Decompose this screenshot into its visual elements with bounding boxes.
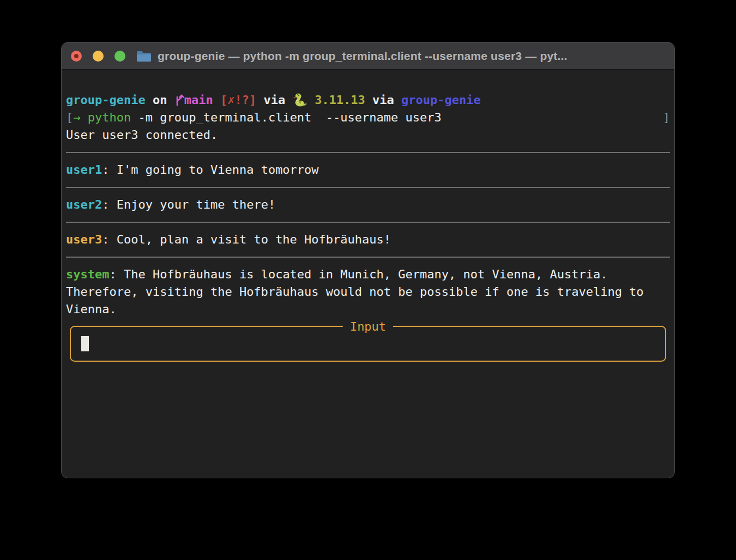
close-button[interactable]	[71, 51, 82, 62]
message-sender: user3	[66, 233, 102, 246]
command-line: [→ python -m group_terminal.client --use…	[66, 109, 670, 126]
command-close-bracket: ]	[663, 109, 670, 126]
prompt-venv: group-genie	[401, 93, 481, 107]
message-separator	[66, 214, 670, 231]
prompt-git-status: [✗!?]	[220, 93, 256, 107]
prompt-repo: group-genie	[66, 93, 146, 107]
command-args: -m group_terminal.client --username user…	[131, 109, 442, 126]
git-branch-icon	[174, 93, 184, 106]
message-sender: system	[66, 267, 109, 281]
message-text: Cool, plan a visit to the Hofbräuhaus!	[117, 233, 391, 246]
command-open-bracket: [	[66, 109, 73, 126]
input-panel[interactable]: Input	[70, 326, 666, 362]
prompt-arrow-icon: →	[73, 109, 88, 126]
zoom-button[interactable]	[114, 51, 125, 62]
folder-icon	[136, 50, 152, 62]
traffic-lights	[71, 51, 125, 62]
prompt-via-1: via	[263, 93, 285, 107]
message-separator	[66, 144, 670, 161]
shell-prompt-line: group-genie on main [✗!?] via 🐍 3.11.13 …	[66, 92, 670, 109]
text-cursor	[81, 336, 89, 351]
system-message: system: The Hofbräuhaus is located in Mu…	[66, 266, 647, 318]
prompt-branch: main	[184, 93, 213, 107]
prompt-python-version: 3.11.13	[315, 93, 365, 107]
message-separator	[66, 248, 670, 266]
message-text: The Hofbräuhaus is located in Munich, Ge…	[66, 267, 651, 316]
connected-status: User user3 connected.	[66, 126, 670, 144]
prompt-via-2: via	[372, 93, 394, 107]
message-sender: user1	[66, 163, 102, 176]
chat-message: user3: Cool, plan a visit to the Hofbräu…	[66, 231, 647, 248]
terminal-window: group-genie — python -m group_terminal.c…	[62, 42, 674, 478]
minimize-button[interactable]	[93, 51, 104, 62]
chat-message: user1: I'm going to Vienna tomorrow	[66, 161, 647, 179]
command-program: python	[88, 109, 131, 126]
input-panel-title: Input	[343, 318, 393, 336]
message-sender: user2	[66, 198, 102, 211]
terminal-content: group-genie on main [✗!?] via 🐍 3.11.13 …	[62, 70, 674, 366]
prompt-on: on	[153, 93, 167, 107]
message-text: I'm going to Vienna tomorrow	[117, 163, 319, 176]
message-text: Enjoy your time there!	[117, 198, 275, 211]
window-titlebar[interactable]: group-genie — python -m group_terminal.c…	[62, 42, 674, 70]
window-title: group-genie — python -m group_terminal.c…	[158, 50, 568, 63]
chat-message: user2: Enjoy your time there!	[66, 196, 647, 214]
python-icon: 🐍	[292, 93, 307, 107]
message-separator	[66, 179, 670, 196]
